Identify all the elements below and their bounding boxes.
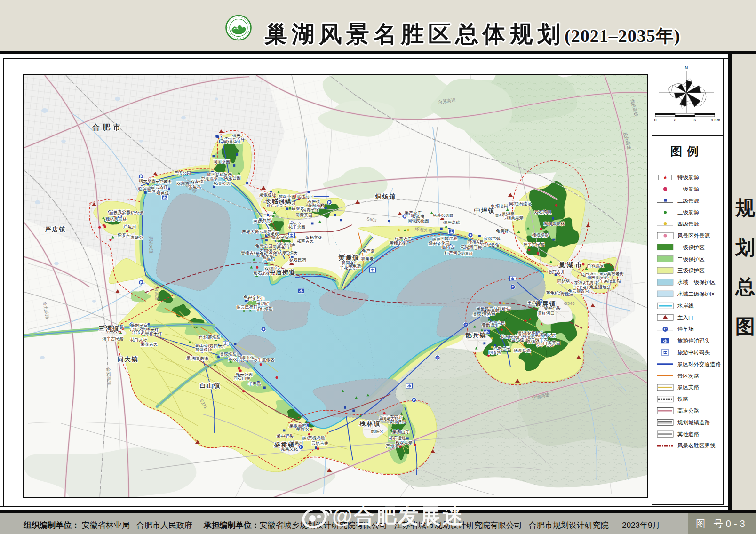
- svg-text:停车场: 停车场: [677, 326, 694, 332]
- svg-text:风景名胜区界线: 风景名胜区界线: [677, 443, 716, 448]
- svg-text:一级景源: 一级景源: [677, 186, 700, 192]
- svg-text:其他道路: 其他道路: [677, 431, 700, 437]
- svg-text:景区对外交通道路: 景区对外交通道路: [677, 361, 721, 367]
- svg-text:图例: 图例: [670, 145, 703, 158]
- svg-text:旅游中转码头: 旅游中转码头: [677, 350, 710, 355]
- svg-text:景区次路: 景区次路: [677, 373, 700, 379]
- svg-text:3: 3: [674, 118, 676, 122]
- svg-text:一级保护区: 一级保护区: [677, 245, 705, 250]
- svg-text:景区支路: 景区支路: [677, 384, 700, 390]
- svg-text:N: N: [685, 65, 688, 70]
- svg-text:水岸线: 水岸线: [677, 303, 694, 309]
- svg-text:铁路: 铁路: [677, 396, 689, 402]
- svg-text:高速公路: 高速公路: [677, 408, 700, 414]
- svg-text:三级景源: 三级景源: [677, 209, 700, 215]
- svg-text:6: 6: [693, 118, 696, 122]
- svg-text:二级保护区: 二级保护区: [677, 256, 705, 262]
- svg-text:特级景源: 特级景源: [677, 175, 700, 180]
- svg-text:水域一级保护区: 水域一级保护区: [677, 279, 716, 285]
- svg-text:风景区外景源: 风景区外景源: [677, 233, 710, 239]
- svg-text:★: ★: [663, 175, 668, 180]
- svg-text:四级景源: 四级景源: [677, 221, 700, 227]
- svg-text:三级保护区: 三级保护区: [677, 268, 705, 273]
- svg-text:规划城镇道路: 规划城镇道路: [677, 419, 710, 425]
- svg-text:P: P: [664, 327, 667, 331]
- svg-text:0: 0: [654, 118, 656, 122]
- svg-text:9 Km: 9 Km: [711, 118, 720, 122]
- svg-text:水域二级保护区: 水域二级保护区: [677, 291, 716, 297]
- svg-text:主入口: 主入口: [677, 315, 694, 320]
- svg-text:二级景源: 二级景源: [677, 198, 700, 204]
- svg-text:旅游停泊码头: 旅游停泊码头: [677, 338, 710, 343]
